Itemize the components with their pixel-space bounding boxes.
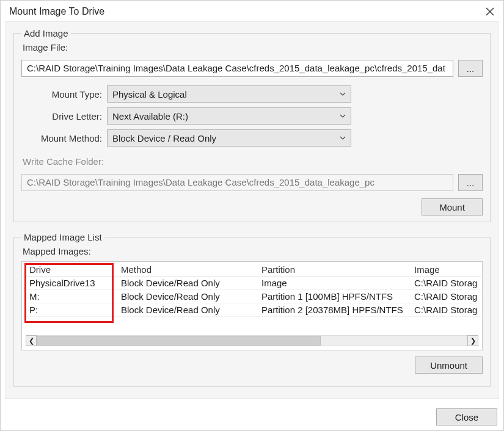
mapped-legend: Mapped Image List xyxy=(21,232,104,242)
col-partition[interactable]: Partition xyxy=(255,263,408,277)
scroll-left-icon[interactable]: ❮ xyxy=(26,335,37,346)
cell-method: Block Device/Read Only xyxy=(115,277,255,290)
drive-letter-label: Drive Letter: xyxy=(21,111,107,121)
write-cache-label: Write Cache Folder: xyxy=(21,156,483,169)
table-header-row: Drive Method Partition Image xyxy=(23,263,481,277)
cell-drive: PhysicalDrive13 xyxy=(23,277,115,290)
mount-type-value: Physical & Logical xyxy=(112,89,187,100)
cell-partition: Partition 1 [100MB] HPFS/NTFS xyxy=(255,290,408,303)
chevron-down-icon xyxy=(340,91,346,97)
add-image-group: Add Image Image File: C:\RAID Storage\Tr… xyxy=(13,28,491,222)
dialog-body: Add Image Image File: C:\RAID Storage\Tr… xyxy=(5,21,499,399)
table-row[interactable]: PhysicalDrive13 Block Device/Read Only I… xyxy=(23,277,481,290)
cell-drive: P: xyxy=(23,303,115,317)
cell-drive: M: xyxy=(23,290,115,303)
add-image-legend: Add Image xyxy=(21,28,71,38)
close-icon[interactable] xyxy=(484,5,496,18)
close-button[interactable]: Close xyxy=(436,408,497,426)
cell-method: Block Device/Read Only xyxy=(115,290,255,303)
image-file-label: Image File: xyxy=(21,42,483,55)
horizontal-scrollbar[interactable]: ❮ ❯ xyxy=(23,335,481,349)
mount-type-label: Mount Type: xyxy=(21,89,107,100)
dialog-title: Mount Image To Drive xyxy=(9,6,104,17)
mount-method-value: Block Device / Read Only xyxy=(112,133,216,143)
scroll-thumb[interactable] xyxy=(37,336,321,346)
chevron-down-icon xyxy=(340,135,346,141)
write-cache-input: C:\RAID Storage\Training Images\Data Lea… xyxy=(21,174,453,191)
cell-image: C:\RAID Storag xyxy=(408,303,481,317)
col-drive[interactable]: Drive xyxy=(23,263,115,277)
mapped-image-group: Mapped Image List Mapped Images: Drive M… xyxy=(13,232,491,387)
mount-image-dialog: Mount Image To Drive Add Image Image Fil… xyxy=(0,0,504,431)
browse-image-button[interactable]: ... xyxy=(458,60,483,77)
mapped-images-table: Drive Method Partition Image PhysicalDri… xyxy=(23,263,481,317)
col-image[interactable]: Image xyxy=(408,263,481,277)
cell-image: C:\RAID Storag xyxy=(408,277,481,290)
image-file-input[interactable]: C:\RAID Storage\Training Images\Data Lea… xyxy=(21,60,453,77)
scroll-right-icon[interactable]: ❯ xyxy=(467,335,478,346)
cell-partition: Partition 2 [20378MB] HPFS/NTFS xyxy=(255,303,408,317)
mapped-images-listbox[interactable]: Drive Method Partition Image PhysicalDri… xyxy=(21,261,483,350)
cell-method: Block Device/Read Only xyxy=(115,303,255,317)
chevron-down-icon xyxy=(340,113,346,119)
cell-image: C:\RAID Storag xyxy=(408,290,481,303)
mount-type-select[interactable]: Physical & Logical xyxy=(107,85,351,103)
table-row[interactable]: M: Block Device/Read Only Partition 1 [1… xyxy=(23,290,481,303)
unmount-button[interactable]: Unmount xyxy=(415,357,483,374)
titlebar: Mount Image To Drive xyxy=(1,1,503,21)
table-row[interactable]: P: Block Device/Read Only Partition 2 [2… xyxy=(23,303,481,317)
mapped-images-label: Mapped Images: xyxy=(21,246,483,259)
browse-cache-button[interactable]: ... xyxy=(458,174,483,191)
mount-method-select[interactable]: Block Device / Read Only xyxy=(107,129,351,147)
mount-method-label: Mount Method: xyxy=(21,133,107,143)
drive-letter-value: Next Available (R:) xyxy=(112,111,188,121)
mount-button[interactable]: Mount xyxy=(422,198,483,215)
col-method[interactable]: Method xyxy=(115,263,255,277)
scroll-track[interactable] xyxy=(37,335,467,346)
drive-letter-select[interactable]: Next Available (R:) xyxy=(107,107,351,125)
cell-partition: Image xyxy=(255,277,408,290)
dialog-footer: Close xyxy=(1,404,503,430)
